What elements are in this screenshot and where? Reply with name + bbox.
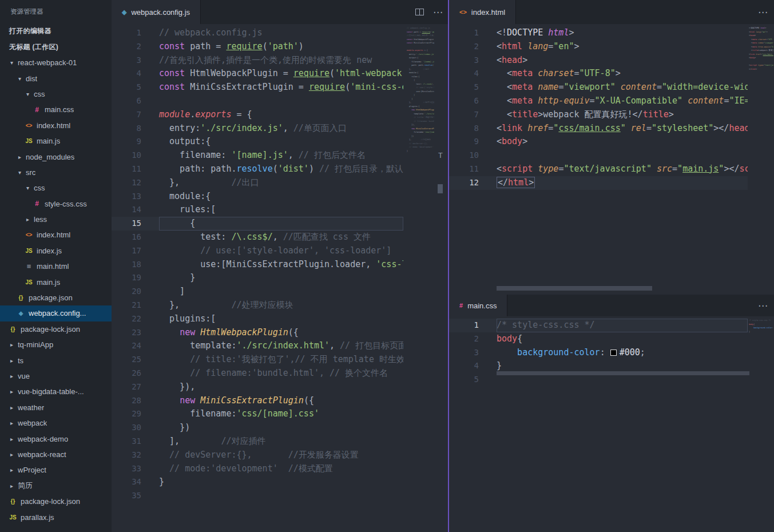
code-line[interactable]: 4const HtmlWebpackPlugin = require('html…: [112, 67, 403, 81]
code-line[interactable]: 11 path: path.resolve('dist') // 打包后目录，默…: [112, 162, 403, 176]
code-line[interactable]: 21 }, //处理对应模块: [112, 299, 403, 312]
workspace-section-header[interactable]: 无标题 (工作区): [0, 39, 112, 55]
code-line[interactable]: [748, 334, 773, 338]
code-line[interactable]: 10 filename: '[name].js', // 打包后文件名: [112, 149, 403, 162]
code-line[interactable]: 20 ]: [112, 285, 403, 299]
code-line[interactable]: 9<body>: [449, 135, 748, 149]
tree-item-parallax.js[interactable]: JSparallax.js: [0, 509, 112, 525]
tree-item-index.html[interactable]: <>index.html: [0, 118, 112, 133]
code-line[interactable]: 35: [112, 489, 403, 503]
code-line[interactable]: 25 // title:'我被打包了',// 不用 template 时生效: [112, 353, 403, 367]
code-line[interactable]: 1/* style-css.css */: [449, 319, 748, 332]
code-line[interactable]: 24 template:'./src/index.html', // 打包目标页…: [112, 339, 403, 353]
overview-ruler[interactable]: T: [436, 48, 447, 532]
horizontal-scrollbar[interactable]: [497, 371, 749, 375]
code-line[interactable]: </html>: [748, 68, 773, 72]
tree-item-css[interactable]: ▾css: [0, 180, 112, 196]
code-line[interactable]: 2body{: [449, 332, 748, 346]
code-line[interactable]: 32 // devServer:{}, //开发服务器设置: [112, 448, 403, 462]
minimap-main-css[interactable]: /* style-css.css */body{ background-colo…: [748, 319, 773, 338]
code-line[interactable]: 27 }),: [112, 380, 403, 394]
code-editor-index-html[interactable]: 1<!DOCTYPE html>2<html lang="en">3<head>…: [449, 26, 748, 295]
code-line[interactable]: 12 }, //出口: [112, 176, 403, 190]
tree-item-package.json[interactable]: {}package.json: [0, 290, 112, 305]
tree-item-less[interactable]: ▸less: [0, 212, 112, 227]
tree-item-tq-miniApp[interactable]: ▸tq-miniApp: [0, 337, 112, 352]
tree-item-vue[interactable]: ▸vue: [0, 368, 112, 384]
more-actions-icon[interactable]: ⋯: [758, 7, 768, 17]
tree-item-css[interactable]: ▾css: [0, 86, 112, 102]
code-line[interactable]: 34}: [112, 475, 403, 489]
tree-item-webpack[interactable]: ▸webpack: [0, 415, 112, 431]
editor-group-divider[interactable]: [448, 0, 449, 532]
tree-item-react-webpack-01[interactable]: ▾react-webpack-01: [0, 55, 112, 70]
tree-item-main.html[interactable]: ≡main.html: [0, 259, 112, 274]
code-line[interactable]: 1<!DOCTYPE html>: [449, 26, 748, 40]
code-line[interactable]: 9 output:{: [112, 135, 403, 149]
tree-item-index.js[interactable]: JSindex.js: [0, 243, 112, 259]
code-line[interactable]: 3 background-color: #000;: [449, 346, 748, 360]
tab-index-html[interactable]: <> index.html: [449, 0, 516, 24]
code-editor-webpack[interactable]: 1// webpack.config.js2const path = requi…: [112, 26, 403, 532]
tree-item-webpack-demo[interactable]: ▸webpack-demo: [0, 431, 112, 446]
code-line[interactable]: 16 test: /\.css$/, //匹配查找 css 文件: [112, 231, 403, 244]
open-editors-section-header[interactable]: 打开的编辑器: [0, 23, 112, 39]
code-line[interactable]: 17 // use:['style-loader', 'css-loader']: [112, 244, 403, 258]
tree-item-wProject[interactable]: ▸wProject: [0, 462, 112, 478]
tree-item--[interactable]: ▸简历: [0, 478, 112, 494]
code-line[interactable]: 13 module:{: [112, 190, 403, 204]
split-editor-icon[interactable]: [415, 9, 424, 15]
tree-item-style-css.css[interactable]: #style-css.css: [0, 196, 112, 212]
code-line[interactable]: 28 new MiniCssExtractPlugin({: [112, 394, 403, 408]
code-line[interactable]: [406, 153, 434, 157]
code-line[interactable]: 5const MiniCssExtractPlugin = require('m…: [112, 81, 403, 94]
code-line[interactable]: 7 <title>webpack 配置真好玩!</title>: [449, 108, 748, 122]
more-actions-icon[interactable]: ⋯: [433, 7, 443, 17]
code-line[interactable]: 23 new HtmlWebpackPlugin({: [112, 326, 403, 340]
scrollbar-thumb[interactable]: [438, 184, 443, 193]
tree-item-package-lock.json[interactable]: {}package-lock.json: [0, 494, 112, 509]
tree-item-weather[interactable]: ▸weather: [0, 400, 112, 415]
code-line[interactable]: 12</html>: [449, 176, 748, 190]
more-actions-icon[interactable]: ⋯: [758, 301, 768, 311]
code-line[interactable]: 29 filename:'css/[name].css': [112, 407, 403, 421]
tree-item-main.js[interactable]: JSmain.js: [0, 274, 112, 289]
code-line[interactable]: 19 }: [112, 271, 403, 285]
code-line[interactable]: 5 <meta name="viewport" content="width=d…: [449, 81, 748, 94]
tree-item-webpack.config...[interactable]: ◈webpack.config...: [0, 305, 112, 321]
color-swatch[interactable]: [610, 350, 617, 356]
tree-item-ts[interactable]: ▸ts: [0, 352, 112, 368]
code-line[interactable]: 22 plugins:[: [112, 312, 403, 326]
code-line[interactable]: 33 // mode:'development' //模式配置: [112, 462, 403, 476]
code-line[interactable]: 6: [112, 94, 403, 108]
tree-item-src[interactable]: ▾src: [0, 165, 112, 180]
tree-item-package-lock.json[interactable]: {}package-lock.json: [0, 321, 112, 337]
code-line[interactable]: 15 {: [112, 217, 403, 231]
minimap-webpack[interactable]: // webpack.config.jsconst path = require…: [406, 26, 434, 157]
tree-item-vue-bigdata-table-...[interactable]: ▸vue-bigdata-table-...: [0, 384, 112, 399]
code-line[interactable]: 2const path = require('path'): [112, 40, 403, 54]
tree-item-main.css[interactable]: #main.css: [0, 102, 112, 117]
tree-item-index.html[interactable]: <>index.html: [0, 227, 112, 243]
code-line[interactable]: 8<link href="css/main.css" rel="styleshe…: [449, 122, 748, 136]
tree-item-node_modules[interactable]: ▸node_modules: [0, 149, 112, 164]
tree-item-main.js[interactable]: JSmain.js: [0, 133, 112, 149]
code-line[interactable]: 2<html lang="en">: [449, 40, 748, 54]
code-line[interactable]: 6 <meta http-equiv="X-UA-Compatible" con…: [449, 94, 748, 108]
tab-main-css[interactable]: # main.css: [449, 295, 507, 316]
code-editor-main-css[interactable]: 1/* style-css.css */2body{3 background-c…: [449, 319, 748, 532]
code-line[interactable]: 11<script type="text/javascript" src="ma…: [449, 162, 748, 176]
horizontal-scrollbar[interactable]: [497, 286, 652, 291]
code-line[interactable]: 26 // filename:'bundle.html', // 换个文件名: [112, 367, 403, 380]
code-line[interactable]: 3//首先引入插件,插件是一个类,使用的时候需要先 new: [112, 54, 403, 68]
code-line[interactable]: 8 entry:'./src/index.js', //单页面入口: [112, 122, 403, 136]
code-line[interactable]: 18 use:[MiniCssExtractPlugin.loader, 'cs…: [112, 258, 403, 272]
code-line[interactable]: 3<head>: [449, 54, 748, 68]
tree-item-dist[interactable]: ▾dist: [0, 70, 112, 86]
code-line[interactable]: 7module.exports = {: [112, 108, 403, 122]
code-line[interactable]: 14 rules:[: [112, 203, 403, 217]
tab-webpack-config-js[interactable]: ◈ webpack.config.js: [112, 0, 201, 24]
code-line[interactable]: 10: [449, 149, 748, 162]
code-line[interactable]: 4 <meta charset="UTF-8">: [449, 67, 748, 81]
code-line[interactable]: 30 }): [112, 421, 403, 435]
